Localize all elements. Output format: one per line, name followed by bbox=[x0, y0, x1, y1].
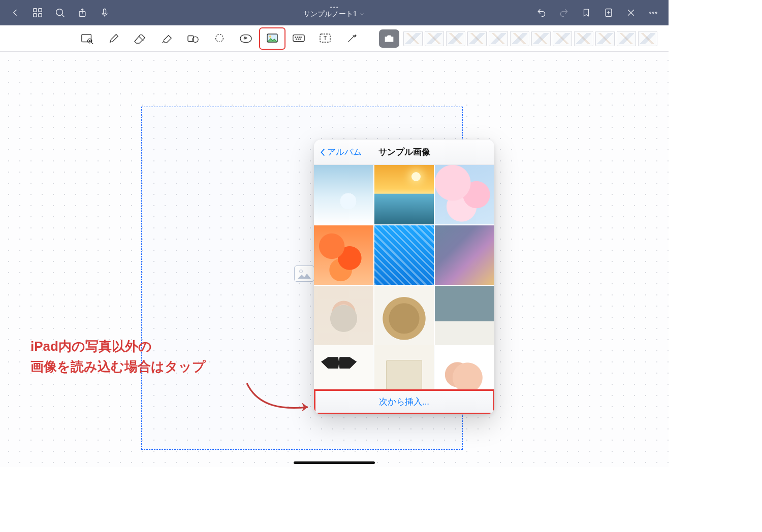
nav-right-group bbox=[530, 2, 664, 24]
svg-point-17 bbox=[656, 12, 657, 14]
document-title: サンプルノート1 bbox=[303, 10, 357, 19]
photo-thumb[interactable] bbox=[435, 165, 494, 224]
page-thumb[interactable] bbox=[446, 31, 465, 46]
page-thumb[interactable] bbox=[617, 31, 636, 46]
svg-point-39 bbox=[300, 39, 300, 39]
svg-rect-2 bbox=[34, 14, 37, 17]
photo-thumb[interactable] bbox=[374, 165, 434, 224]
popup-title: サンプル画像 bbox=[378, 146, 430, 158]
undo-button[interactable] bbox=[530, 2, 553, 24]
svg-rect-1 bbox=[39, 9, 42, 12]
popup-header: アルバム サンプル画像 bbox=[314, 140, 494, 165]
image-tool[interactable] bbox=[259, 27, 285, 50]
photo-thumb[interactable] bbox=[435, 225, 494, 285]
svg-point-33 bbox=[295, 37, 296, 37]
popup-back-label: アルバム bbox=[327, 146, 362, 158]
page-thumb[interactable] bbox=[510, 31, 529, 46]
nav-left-group bbox=[4, 2, 116, 24]
highlighter-tool[interactable] bbox=[153, 27, 180, 50]
page-thumb[interactable] bbox=[531, 31, 551, 46]
drag-handle-icon bbox=[330, 7, 338, 8]
svg-point-28 bbox=[246, 38, 247, 38]
svg-text:T: T bbox=[324, 36, 327, 41]
title-area[interactable]: サンプルノート1 bbox=[303, 7, 365, 19]
svg-point-35 bbox=[299, 37, 299, 37]
home-indicator bbox=[294, 461, 375, 464]
photo-thumb[interactable] bbox=[374, 345, 434, 389]
svg-rect-0 bbox=[34, 9, 37, 12]
pen-tool[interactable] bbox=[101, 27, 127, 50]
annotation-text: iPad内の写真以外の 画像を読み込む場合はタップ bbox=[30, 336, 206, 377]
insert-from-button[interactable]: 次から挿入... bbox=[314, 389, 494, 414]
svg-line-23 bbox=[139, 36, 143, 41]
page-thumb[interactable] bbox=[638, 31, 657, 46]
photo-thumb[interactable] bbox=[374, 286, 434, 345]
text-tool[interactable]: T bbox=[312, 27, 338, 50]
redo-button[interactable] bbox=[553, 2, 575, 24]
page-thumb[interactable] bbox=[574, 31, 593, 46]
svg-point-26 bbox=[216, 34, 224, 42]
photo-thumb[interactable] bbox=[314, 225, 373, 285]
magic-tool[interactable] bbox=[338, 27, 365, 50]
canvas[interactable]: アルバム サンプル画像 次から挿入... iPad内の写真以外の 画像を読み込む… bbox=[0, 52, 669, 467]
photo-grid-partial-row bbox=[314, 345, 494, 389]
search-button[interactable] bbox=[49, 2, 71, 24]
mic-button[interactable] bbox=[93, 2, 116, 24]
svg-point-34 bbox=[297, 37, 298, 37]
annotation-line2: 画像を読み込む場合はタップ bbox=[30, 356, 206, 377]
page-thumb[interactable] bbox=[425, 31, 444, 46]
photo-grid bbox=[314, 165, 494, 345]
insert-from-label: 次から挿入... bbox=[379, 396, 429, 408]
image-picker-popup: アルバム サンプル画像 次から挿入... bbox=[314, 140, 494, 414]
camera-button[interactable] bbox=[379, 29, 399, 48]
svg-rect-31 bbox=[293, 35, 304, 41]
chevron-down-icon bbox=[359, 11, 365, 17]
page-thumb[interactable] bbox=[489, 31, 508, 46]
apps-grid-button[interactable] bbox=[26, 2, 49, 24]
share-button[interactable] bbox=[71, 2, 93, 24]
toolbar: T bbox=[0, 25, 669, 52]
svg-point-30 bbox=[269, 36, 271, 38]
svg-point-15 bbox=[650, 12, 651, 14]
svg-rect-3 bbox=[39, 14, 42, 17]
bookmark-button[interactable] bbox=[575, 2, 597, 24]
page-thumb[interactable] bbox=[553, 31, 572, 46]
page-thumb[interactable] bbox=[467, 31, 487, 46]
keyboard-tool[interactable] bbox=[285, 27, 312, 50]
zoom-tool[interactable] bbox=[74, 27, 101, 50]
page-thumb[interactable] bbox=[595, 31, 615, 46]
svg-point-38 bbox=[298, 39, 298, 39]
svg-point-37 bbox=[296, 39, 297, 39]
svg-line-5 bbox=[62, 15, 65, 17]
sticker-tool[interactable] bbox=[233, 27, 259, 50]
close-button[interactable] bbox=[620, 2, 642, 24]
lasso-tool[interactable] bbox=[206, 27, 233, 50]
svg-point-36 bbox=[301, 37, 301, 37]
add-page-button[interactable] bbox=[597, 2, 620, 24]
photo-thumb[interactable] bbox=[314, 345, 373, 389]
photo-thumb[interactable] bbox=[314, 165, 373, 224]
photo-thumb[interactable] bbox=[435, 286, 494, 345]
svg-point-16 bbox=[653, 12, 654, 14]
image-placeholder-icon bbox=[294, 265, 314, 282]
svg-rect-8 bbox=[104, 9, 106, 14]
tool-group: T bbox=[74, 27, 365, 50]
back-button[interactable] bbox=[4, 2, 26, 24]
navbar: サンプルノート1 bbox=[0, 0, 669, 25]
annotation-line1: iPad内の写真以外の bbox=[30, 336, 206, 356]
photo-thumb[interactable] bbox=[435, 345, 494, 389]
more-button[interactable] bbox=[642, 2, 664, 24]
svg-point-4 bbox=[56, 9, 63, 16]
page-thumb[interactable] bbox=[403, 31, 423, 46]
svg-line-20 bbox=[91, 42, 93, 44]
page-thumbnails bbox=[403, 31, 657, 46]
shape-tool[interactable] bbox=[180, 27, 206, 50]
eraser-tool[interactable] bbox=[127, 27, 153, 50]
photo-thumb[interactable] bbox=[314, 286, 373, 345]
popup-back-button[interactable]: アルバム bbox=[319, 146, 362, 158]
photo-thumb[interactable] bbox=[374, 225, 434, 285]
